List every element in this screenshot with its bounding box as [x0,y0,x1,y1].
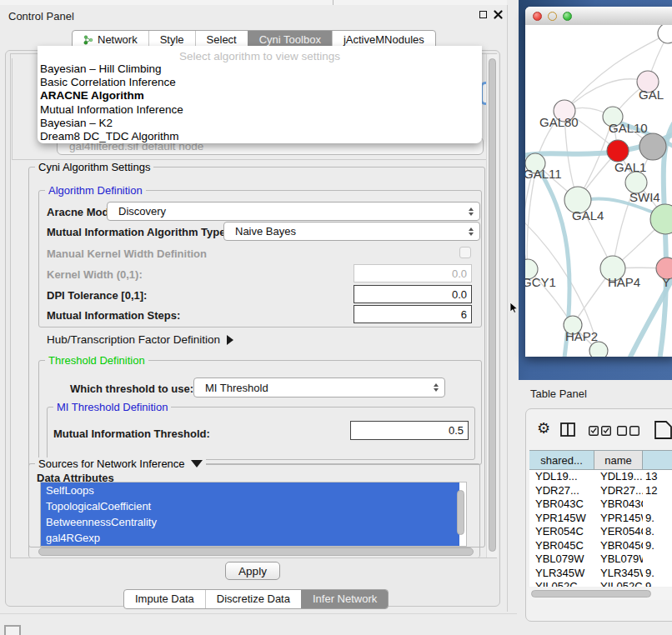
close-traffic-light[interactable] [533,12,542,21]
settings-hscrollbar-thumb[interactable] [38,548,474,556]
bottom-divider [0,613,517,614]
table-row[interactable]: YBR045CYBR045C9. [529,539,672,553]
table-cell: YDR27... [594,484,643,498]
algorithm-option-mutual-information-inference[interactable]: Mutual Information Inference [38,103,482,117]
network-node-bottom[interactable] [589,342,608,357]
table-cell: YLR345W [529,567,594,581]
algorithm-option-basic-correlation-inference[interactable]: Basic Correlation Inference [38,76,482,89]
network-edge[interactable] [564,79,648,111]
attr-items-container: SelfLoopsTopologicalCoefficientBetweenne… [41,482,466,546]
tab-infer-network[interactable]: Infer Network [301,590,388,608]
table-cell: YLR345W [594,567,643,581]
network-node-label-salmon: Y [662,275,670,289]
mi-steps-input[interactable] [354,305,472,323]
data-attributes-list[interactable]: SelfLoopsTopologicalCoefficientBetweenne… [40,482,467,547]
hidden-group-border-fragment [12,58,13,160]
minimize-traffic-light[interactable] [548,12,557,21]
algorithm-dropdown: Select algorithm to view settings Bayesi… [38,46,482,143]
mi-algorithm-type-value: Naive Bayes [235,225,296,238]
attribute-item-selfloops[interactable]: SelfLoops [41,482,459,498]
file-icon[interactable] [654,421,672,439]
columns-icon[interactable] [560,422,576,438]
mi-algorithm-type-select[interactable]: Naive Bayes [223,222,480,241]
table-cell: YBR043C [594,498,643,512]
table-hscrollbar[interactable] [528,588,672,600]
apply-button[interactable]: Apply [225,562,280,580]
table-row[interactable]: YPR145WYPR145W9. [529,512,672,526]
table-cell: YER054C [529,525,594,539]
collapse-down-triangle-icon [191,460,203,468]
table-cell: YBL079W [529,552,594,567]
attribute-item-topologicalcoefficient[interactable]: TopologicalCoefficient [41,498,459,514]
table-cell [643,498,672,512]
network-window[interactable]: GALGAL80GAL10GAL1SWI4GAL11GAL4GCY1HAP4YH… [525,7,672,357]
which-threshold-select[interactable]: MI Threshold [193,378,445,398]
table-body: YDL19...YDL19...13YDR27...YDR27...12YBR0… [529,470,672,587]
attr-list-scrollbar-thumb[interactable] [457,490,464,535]
table-row[interactable]: YER054CYER054C8. [529,525,672,539]
network-node-gal1[interactable] [607,140,629,162]
algorithm-option-bayesian-k2[interactable]: Bayesian – K2 [38,117,482,130]
table-hscrollbar-thumb[interactable] [531,590,651,598]
network-node-big-green[interactable] [650,204,672,234]
table-cell: YBL079W [594,552,643,567]
aracne-mode-select[interactable]: Discovery [107,202,480,221]
network-node-label-gal4: GAL4 [572,208,604,222]
hub-transcription-label: Hub/Transcription Factor Definition [47,333,220,346]
attribute-item-gal4rgexp[interactable]: gal4RGexp [41,530,459,546]
kernel-width-input[interactable] [354,264,472,282]
close-icon[interactable] [494,10,503,19]
table-row[interactable]: YIL052CYIL052C9 [529,580,672,587]
dpi-tolerance-input[interactable] [354,285,472,303]
mi-algorithm-type-label: Mutual Information Algorithm Type: [47,226,229,238]
mi-threshold-input[interactable] [350,421,469,440]
float-window-icon[interactable] [479,11,487,18]
gear-icon[interactable]: ⚙ [537,421,550,436]
table-cell: YDL19... [529,470,594,484]
algorithm-option-aracne-algorithm[interactable]: ARACNE Algorithm [38,89,482,102]
algorithm-option-bayesian-hill-climbing[interactable]: Bayesian – Hill Climbing [38,62,482,76]
table-row[interactable]: YDR27...YDR27...12 [529,484,672,498]
attribute-item-betweennesscentrality[interactable]: BetweennessCentrality [41,514,459,530]
column-header-shared[interactable]: shared... [529,450,594,470]
checked-rows-icon[interactable] [589,426,612,436]
bottom-tabs: Impute DataDiscretize DataInfer Network [123,589,389,609]
table-cell: 12 [643,484,672,498]
tab-discretize-data[interactable]: Discretize Data [205,590,301,608]
zoom-traffic-light[interactable] [563,12,572,21]
table-row[interactable]: YDL19...YDL19...13 [529,470,672,484]
column-header-partial[interactable] [643,450,672,470]
manual-kernel-width-label: Manual Kernel Width Definition [47,248,207,260]
table-row[interactable]: YBR043CYBR043C [529,498,672,512]
tab-impute-data[interactable]: Impute Data [124,590,205,608]
table-cell: 9. [643,539,672,553]
settings-hscrollbar[interactable] [11,546,486,558]
network-node-top-arc[interactable] [658,25,672,43]
table-row[interactable]: YLR345WYLR345W9. [529,567,672,581]
algorithm-dropdown-items: Bayesian – Hill ClimbingBasic Correlatio… [38,62,482,143]
window-title: Control Panel [8,10,74,22]
algorithm-option-dream8-dc-tdc-algorithm[interactable]: Dream8 DC_TDC Algorithm [38,130,482,143]
network-node-label-gcy1: GCY1 [525,275,556,289]
manual-kernel-width-checkbox[interactable] [459,247,471,258]
partial-bottom-icon[interactable] [4,625,21,635]
mi-threshold-definition-title: MI Threshold Definition [53,401,171,413]
expand-right-triangle-icon [227,335,233,345]
mi-steps-label: Mutual Information Steps: [47,309,180,322]
settings-vscrollbar[interactable] [486,54,498,558]
table-cell: YIL052C [529,580,594,587]
network-node-label-hap2: HAP2 [565,329,598,343]
network-node-gray-node[interactable] [639,133,666,160]
column-header-name[interactable]: name [594,450,643,470]
network-node-label-swi4: SWI4 [629,190,660,204]
sources-group-title[interactable]: Sources for Network Inference [35,458,206,470]
tab-label: Discretize Data [217,590,290,608]
network-canvas[interactable]: GALGAL80GAL10GAL1SWI4GAL11GAL4GCY1HAP4YH… [525,25,672,357]
hub-transcription-expander[interactable]: Hub/Transcription Factor Definition [47,333,233,346]
unchecked-rows-icon[interactable] [617,426,640,436]
table-cell: YBR043C [529,498,594,512]
network-node-label-gal11: GAL11 [525,167,562,181]
table-row[interactable]: YBL079WYBL079W [529,552,672,567]
settings-vscrollbar-thumb[interactable] [489,58,496,552]
network-window-titlebar[interactable] [525,7,672,26]
